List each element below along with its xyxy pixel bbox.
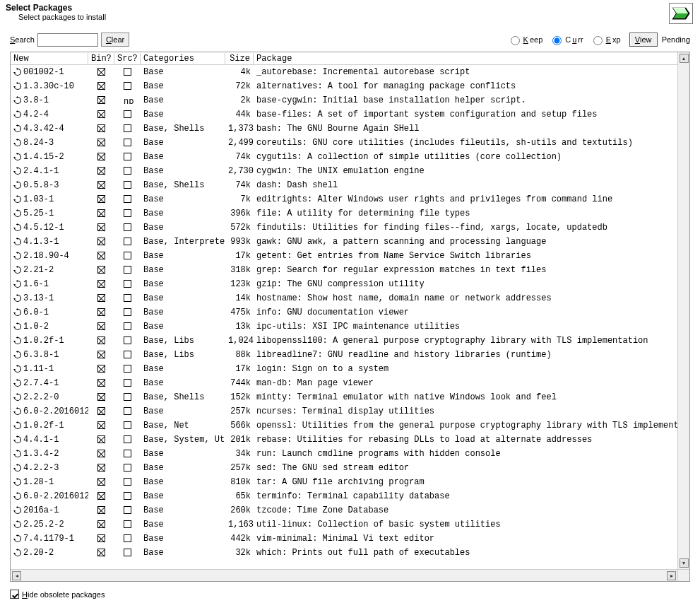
table-row[interactable]: 2.7.4-1Base744kman-db: Man page viewer [11,376,689,390]
src-checkbox[interactable] [124,181,131,189]
src-checkbox[interactable] [124,393,131,401]
cell-src[interactable] [114,264,141,276]
cell-src[interactable] [114,109,141,120]
cell-new[interactable]: 5.25-1 [11,208,88,219]
cell-new[interactable]: 2.7.4-1 [11,377,88,389]
bin-checkbox[interactable] [97,124,105,132]
cell-src[interactable] [114,505,141,516]
cell-new[interactable]: 2.2.2-0 [11,392,88,403]
bin-checkbox[interactable] [97,407,105,415]
src-checkbox[interactable] [124,379,131,387]
cell-src[interactable] [114,165,141,177]
cell-src[interactable] [114,222,141,233]
table-row[interactable]: 1.0-2Base13kipc-utils: XSI IPC maintenan… [11,320,689,334]
cell-bin[interactable] [88,547,114,558]
cell-bin[interactable] [88,279,114,290]
table-row[interactable]: 1.4.15-2Base74kcygutils: A collection of… [11,150,689,164]
col-categories[interactable]: Categories [141,53,225,64]
cell-src[interactable]: nɒ [114,95,141,106]
table-row[interactable]: 8.24-3Base2,499kcoreutils: GNU core util… [11,136,689,150]
bin-checkbox[interactable] [97,209,105,217]
table-row[interactable]: 3.8-1nɒBase2kbase-cygwin: Initial base i… [11,93,689,107]
grid-header[interactable]: New Bin? Src? Categories Size Package [11,52,689,65]
cell-src[interactable] [114,307,141,318]
bin-checkbox[interactable] [97,68,105,76]
table-row[interactable]: 1.0.2f-1Base, Libs1,024klibopenssl100: A… [11,334,689,348]
cell-src[interactable] [114,406,141,417]
bin-checkbox[interactable] [97,167,105,175]
search-input[interactable] [37,33,98,47]
src-checkbox[interactable] [124,478,131,486]
cell-src[interactable] [114,547,141,558]
cell-bin[interactable] [88,95,114,106]
bin-checkbox[interactable] [97,280,105,288]
bin-checkbox[interactable] [97,393,105,401]
cell-bin[interactable] [88,250,114,262]
cell-src[interactable] [114,392,141,403]
table-row[interactable]: 0.5.8-3Base, Shells74kdash: Dash shell [11,178,689,192]
table-row[interactable]: 3.13-1Base14khostname: Show host name, d… [11,291,689,305]
cell-bin[interactable] [88,392,114,403]
bin-checkbox[interactable] [97,195,105,203]
radio-keep[interactable]: Keep [507,34,543,45]
table-row[interactable]: 7.4.1179-1Base442kvim-minimal: Minimal V… [11,532,689,546]
cell-bin[interactable] [88,491,114,502]
radio-curr[interactable]: Curr [549,34,583,45]
cell-new[interactable]: 1.3.4-2 [11,448,88,459]
cell-src[interactable] [114,208,141,219]
cell-src[interactable] [114,462,141,474]
table-row[interactable]: 001002-1Base4k_autorebase: Incremental a… [11,65,689,79]
src-checkbox[interactable] [124,435,131,443]
cell-bin[interactable] [88,264,114,276]
src-checkbox[interactable] [124,195,131,203]
cell-src[interactable] [114,476,141,488]
cell-new[interactable]: 4.1.3-1 [11,236,88,247]
scroll-up-icon[interactable]: ▴ [680,54,689,63]
cell-new[interactable]: 6.0-1 [11,307,88,318]
cell-bin[interactable] [88,519,114,530]
cell-new[interactable]: 2.4.1-1 [11,165,88,177]
bin-checkbox[interactable] [97,379,105,387]
cell-new[interactable]: 1.0.2f-1 [11,335,88,346]
horizontal-scrollbar[interactable]: ◂ ▸ [11,569,677,581]
bin-checkbox[interactable] [97,322,105,330]
cell-src[interactable] [114,123,141,134]
cell-src[interactable] [114,137,141,148]
src-checkbox[interactable] [124,294,131,302]
src-checkbox[interactable] [124,167,131,175]
cell-bin[interactable] [88,208,114,219]
vertical-scrollbar[interactable]: ▴ ▾ [677,52,689,569]
src-checkbox[interactable] [124,464,131,472]
src-checkbox[interactable] [124,365,131,373]
bin-checkbox[interactable] [97,450,105,457]
bin-checkbox[interactable] [97,139,105,146]
bin-checkbox[interactable] [97,82,105,90]
table-row[interactable]: 4.2-4Base44kbase-files: A set of importa… [11,107,689,122]
cell-new[interactable]: 2016a-1 [11,505,88,516]
src-checkbox[interactable] [124,492,131,500]
bin-checkbox[interactable] [97,294,105,302]
bin-checkbox[interactable] [97,96,105,104]
cell-src[interactable] [114,279,141,290]
col-package[interactable]: Package [254,53,689,64]
hide-obsolete-checkbox[interactable] [10,590,19,599]
src-checkbox[interactable] [124,351,131,358]
table-row[interactable]: 4.1.3-1Base, Interpreters993kgawk: GNU a… [11,235,689,249]
src-checkbox[interactable] [124,82,131,90]
col-bin[interactable]: Bin? [88,53,114,64]
table-row[interactable]: 2.2.2-0Base, Shells152kmintty: Terminal … [11,390,689,404]
table-row[interactable]: 1.3.4-2Base34krun: Launch cmdline progra… [11,447,689,461]
cell-src[interactable] [114,250,141,262]
table-row[interactable]: 4.3.42-4Base, Shells1,373kbash: The GNU … [11,122,689,136]
src-checkbox[interactable] [124,506,131,514]
src-checkbox[interactable] [124,280,131,288]
table-row[interactable]: 4.5.12-1Base572kfindutils: Utilities for… [11,221,689,235]
cell-new[interactable]: 1.3.30c-10 [11,81,88,92]
bin-checkbox[interactable] [97,238,105,245]
table-row[interactable]: 6.0-2.20160123Base65kterminfo: Terminal … [11,489,689,503]
bin-checkbox[interactable] [97,351,105,358]
cell-bin[interactable] [88,505,114,516]
cell-new[interactable]: 2.21-2 [11,264,88,276]
cell-new[interactable]: 4.2-4 [11,109,88,120]
cell-new[interactable]: 1.0-2 [11,321,88,332]
